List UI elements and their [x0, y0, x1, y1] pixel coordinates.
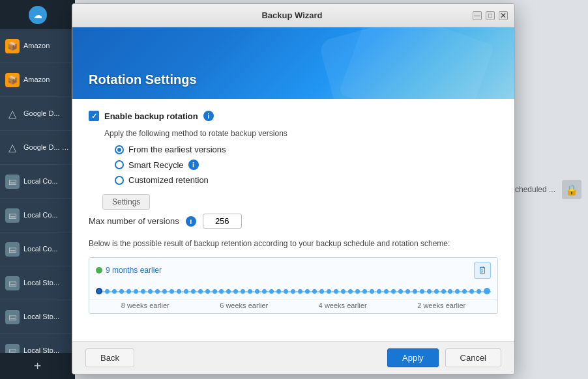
- timeline-dot: [298, 289, 302, 294]
- green-dot-icon: [96, 267, 102, 274]
- local-folder-icon: 🖴: [5, 242, 20, 257]
- sidebar-item-label: Local Sto...: [23, 279, 59, 287]
- local-folder-icon: 🖴: [5, 208, 20, 223]
- radio-group: From the earliest versions Smart Recycle…: [115, 145, 498, 185]
- timeline-dot: [141, 289, 145, 294]
- sidebar-item-label: Local Sto...: [23, 346, 59, 353]
- radio-earliest-btn[interactable]: [115, 145, 124, 154]
- sidebar-item-local3[interactable]: 🖴 Local Co...: [0, 232, 75, 266]
- sidebar-item-amazon2[interactable]: 📦 Amazon: [0, 63, 75, 97]
- timeline-container: 9 months earlier 🗓 8 weeks earlier 6 wee…: [89, 257, 498, 314]
- timeline-label-2w: 2 weeks earlier: [417, 302, 465, 309]
- maximize-icon: □: [488, 12, 492, 19]
- amazon-icon: 📦: [5, 73, 20, 87]
- max-versions-info-icon[interactable]: i: [186, 216, 196, 227]
- minimize-button[interactable]: —: [473, 11, 482, 20]
- timeline-dot: [105, 289, 110, 294]
- timeline-dot: [162, 289, 167, 294]
- sidebar-item-local4[interactable]: 🖴 Local Sto...: [0, 266, 75, 300]
- timeline-dot: [134, 289, 138, 294]
- timeline-dot: [255, 289, 259, 294]
- timeline-dot: [469, 289, 474, 294]
- timeline-dot: [391, 289, 396, 294]
- timeline-dot: [398, 289, 403, 294]
- radio-smart-btn[interactable]: [115, 160, 124, 169]
- add-button[interactable]: +: [0, 353, 75, 379]
- local-storage-icon: 🖴: [5, 310, 20, 324]
- lock-icon: 🔒: [565, 184, 578, 196]
- timeline-dot: [198, 289, 203, 294]
- enable-backup-label: Enable backup rotation: [104, 111, 198, 121]
- sidebar-item-google1[interactable]: △ Google D...: [0, 97, 75, 131]
- timeline-label-8w: 8 weeks earlier: [121, 302, 169, 309]
- cancel-button[interactable]: Cancel: [445, 348, 501, 367]
- local-storage-icon: 🖴: [5, 276, 20, 290]
- timeline-dot: [370, 289, 374, 294]
- timeline-dot: [420, 289, 424, 294]
- minimize-icon: —: [474, 12, 480, 19]
- timeline-badge-label: 9 months earlier: [106, 266, 162, 275]
- titlebar-controls: — □ ✕: [473, 11, 508, 20]
- timeline-dots: [96, 288, 491, 294]
- timeline-dot: [319, 289, 324, 294]
- apply-method-text: Apply the following method to rotate bac…: [104, 129, 498, 138]
- timeline-dot: [155, 289, 160, 294]
- sidebar-item-label: Amazon: [23, 76, 50, 84]
- timeline-dot: [177, 289, 181, 294]
- sidebar-item-google2[interactable]: △ Google D... test: [0, 131, 75, 165]
- timeline-label-6w: 6 weeks earlier: [220, 302, 268, 309]
- settings-button[interactable]: Settings: [102, 194, 150, 210]
- sidebar-header: ☁: [0, 0, 75, 29]
- maximize-button[interactable]: □: [486, 11, 495, 20]
- timeline-dots-container: [96, 285, 491, 297]
- sidebar-item-local1[interactable]: 🖴 Local Co...: [0, 165, 75, 199]
- timeline-dot: [305, 289, 310, 294]
- retention-info-text: Below is the possible result of backup r…: [89, 238, 498, 249]
- calendar-icon[interactable]: 🗓: [474, 262, 491, 279]
- timeline-dot: [148, 289, 153, 294]
- timeline-dot: [348, 289, 353, 294]
- timeline-dot: [434, 289, 439, 294]
- radio-earliest[interactable]: From the earliest versions: [115, 145, 498, 154]
- sidebar-item-label: Google D... test: [23, 143, 70, 152]
- dialog-header: Rotation Settings: [72, 27, 514, 99]
- max-versions-row: Max number of versions i: [89, 214, 498, 229]
- timeline-dot: [269, 289, 274, 294]
- amazon-icon: 📦: [5, 39, 20, 53]
- timeline-dot: [384, 289, 389, 294]
- radio-custom-btn[interactable]: [115, 176, 124, 185]
- sidebar-item-amazon1[interactable]: 📦 Amazon: [0, 29, 75, 63]
- timeline-dot: [455, 289, 460, 294]
- sidebar-item-local2[interactable]: 🖴 Local Co...: [0, 199, 75, 232]
- sidebar-item-local6[interactable]: 🖴 Local Sto...: [0, 334, 75, 353]
- add-icon: +: [34, 359, 42, 374]
- radio-custom[interactable]: Customized retention: [115, 175, 498, 185]
- smart-recycle-info-icon[interactable]: i: [188, 160, 199, 170]
- google-drive-icon: △: [5, 107, 20, 121]
- close-icon: ✕: [500, 11, 507, 20]
- timeline-dot: [191, 289, 196, 294]
- enable-backup-checkbox[interactable]: [89, 111, 99, 121]
- sidebar: ☁ 📦 Amazon 📦 Amazon △ Google D... △ Goog…: [0, 0, 75, 379]
- enable-backup-row[interactable]: Enable backup rotation i: [89, 111, 498, 121]
- timeline-dot: [355, 289, 360, 294]
- apply-button[interactable]: Apply: [387, 348, 439, 367]
- enable-backup-info-icon[interactable]: i: [203, 111, 214, 121]
- dialog-footer: Back Apply Cancel: [72, 341, 514, 374]
- timeline-dot: [405, 289, 410, 294]
- sidebar-item-label: Local Co...: [23, 245, 58, 253]
- sidebar-items-list: 📦 Amazon 📦 Amazon △ Google D... △ Google…: [0, 29, 75, 353]
- timeline-dot: [413, 289, 417, 294]
- back-button[interactable]: Back: [85, 348, 134, 367]
- timeline-dot: [341, 289, 345, 294]
- timeline-dot: [126, 289, 131, 294]
- sidebar-item-local5[interactable]: 🖴 Local Sto...: [0, 300, 75, 334]
- timeline-dot: [241, 289, 245, 294]
- timeline-dot: [448, 289, 452, 294]
- radio-smart[interactable]: Smart Recycle i: [115, 160, 498, 170]
- max-versions-input[interactable]: [203, 214, 242, 229]
- timeline-dot: [291, 289, 295, 294]
- timeline-dot: [226, 289, 231, 294]
- timeline-dot: [119, 289, 124, 294]
- close-button[interactable]: ✕: [499, 11, 508, 20]
